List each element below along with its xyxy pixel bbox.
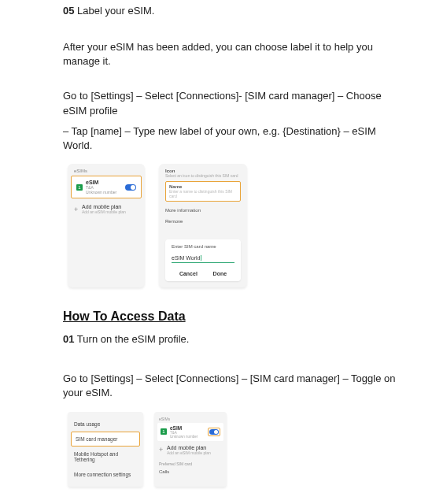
esim-sub2: Unknown number [170,435,198,439]
sim-name-value-typed: World [186,255,201,261]
preferred-sim-label: Preferred SIM card [154,457,227,467]
screenshot-group-label-esim: eSIMs 1 eSIM T&A Unknown number + Add mo… [68,164,401,287]
name-row[interactable]: Name Enter a name to distinguish this SI… [165,181,241,202]
paragraph-tap: – Tap [name] – Type new label of your ow… [63,124,401,153]
paragraph-after-added: After your eSIM has been added, you can … [63,40,401,69]
screenshot-group-access-data: Data usage SIM card manager Mobile Hotsp… [68,412,401,487]
sim-name-input[interactable]: eSIM World [172,255,234,263]
add-plan-sub: Add an eSIM mobile plan [167,450,211,455]
esim-list-item[interactable]: 1 eSIM T&A Unknown number [157,423,223,441]
add-plan-sub: Add an eSIM mobile plan [82,209,126,214]
done-button[interactable]: Done [213,271,227,276]
name-sub: Enter a name to distinguish this SIM car… [169,189,237,198]
esim-toggle[interactable] [125,184,136,191]
enter-sim-name-dialog: Enter SIM card name eSIM World Cancel Do… [165,239,241,281]
esim-sub2: Unknown number [86,190,116,195]
esim-title: eSIM [170,425,198,431]
add-plan-title: Add mobile plan [82,204,126,209]
sim-badge-icon: 1 [161,428,167,435]
step-text: Turn on the eSIM profile. [77,333,190,345]
add-mobile-plan-row[interactable]: + Add mobile plan Add an eSIM mobile pla… [68,198,145,214]
step-number: 05 [63,5,74,17]
step-text: Label your eSIM. [77,5,154,17]
row-more-connection-settings[interactable]: More connection settings [68,467,143,482]
row-hotspot-tethering[interactable]: Mobile Hotspot and Tethering [68,447,143,467]
step-number: 01 [63,333,74,345]
add-plan-title: Add mobile plan [167,445,211,450]
cancel-button[interactable]: Cancel [179,271,198,276]
mock-connections-card: Data usage SIM card manager Mobile Hotsp… [68,412,143,487]
mock-sim-manager-toggle-card: eSIMs 1 eSIM T&A Unknown number + Add [154,412,227,487]
icon-row[interactable]: Icon Select an icon to distinguish this … [165,169,241,178]
esims-section-label: eSIMs [68,169,145,176]
document-body: 05 Label your eSIM. After your eSIM has … [0,5,432,487]
step-01: 01 Turn on the eSIM profile. [63,333,401,345]
paragraph-goto-1: Go to [Settings] – Select [Connections]-… [63,89,401,117]
dialog-caption: Enter SIM card name [172,244,234,249]
toggle-highlight [208,428,220,436]
mock-sim-manager-card: eSIMs 1 eSIM T&A Unknown number + Add mo… [68,164,145,287]
icon-sub: Select an icon to distinguish this SIM c… [165,173,241,178]
esim-list-item[interactable]: 1 eSIM T&A Unknown number [71,176,142,198]
esim-toggle[interactable] [209,429,219,435]
row-data-usage[interactable]: Data usage [68,417,143,432]
row-calls[interactable]: Calls [154,467,227,476]
plus-icon: + [159,446,167,454]
mock-esim-detail-card: Icon Select an icon to distinguish this … [159,164,247,287]
plus-icon: + [74,206,82,213]
esim-title: eSIM [86,180,116,185]
add-mobile-plan-row[interactable]: + Add mobile plan Add an eSIM mobile pla… [154,441,227,457]
esims-section-label: eSIMs [154,415,227,423]
remove-row[interactable]: Remove [165,219,241,224]
sim-badge-icon: 1 [76,184,83,191]
row-sim-card-manager[interactable]: SIM card manager [71,432,140,447]
paragraph-goto-2: Go to [Settings] – Select [Connections] … [63,372,401,400]
heading-how-to-access-data: How To Access Data [63,309,401,324]
sim-name-value-prefix: eSIM [172,255,186,261]
step-05: 05 Label your eSIM. [63,5,401,17]
more-information-row[interactable]: More information [165,208,241,213]
